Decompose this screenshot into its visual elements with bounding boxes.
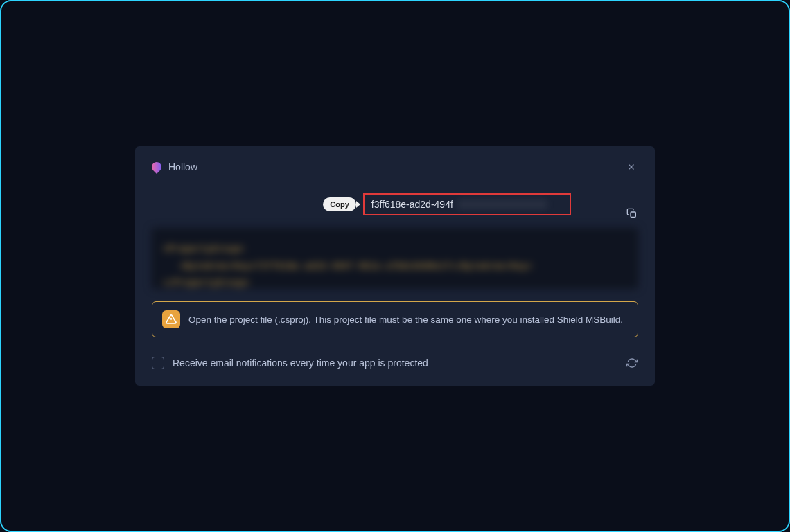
code-line: <PropertyGroup> [163,240,627,258]
dialog-title: Hollow [168,161,198,172]
copy-icon[interactable] [626,207,638,220]
api-key-box: f3ff618e-ad2d-494f [363,193,571,215]
title-group: Hollow [152,161,198,172]
checkbox-label: Receive email notifications every time y… [173,357,428,369]
api-key-masked [457,200,547,209]
code-line: <ByteArmorKey>f3ff618e-ad2d-494f-962a-a7… [163,258,627,275]
alert-text: Open the project file (.csproj). This pr… [188,314,623,325]
refresh-icon[interactable] [626,357,638,369]
close-button[interactable] [624,160,638,174]
warning-icon [162,310,180,328]
email-notify-checkbox[interactable] [152,357,164,369]
checkbox-group: Receive email notifications every time y… [152,357,428,369]
code-block: <PropertyGroup> <ByteArmorKey>f3ff618e-a… [152,228,638,289]
alert-box: Open the project file (.csproj). This pr… [152,301,638,337]
checkbox-row: Receive email notifications every time y… [152,357,638,369]
settings-dialog: Hollow Copy f3ff618e-ad2d-494f <Property… [135,146,655,386]
api-key-visible: f3ff618e-ad2d-494f [371,199,453,210]
copy-button[interactable]: Copy [323,197,356,211]
flame-icon [150,160,164,174]
code-line: </PropertyGroup> [163,274,627,289]
key-row: Copy f3ff618e-ad2d-494f [152,193,638,215]
dialog-header: Hollow [152,160,638,174]
svg-rect-2 [631,212,635,217]
